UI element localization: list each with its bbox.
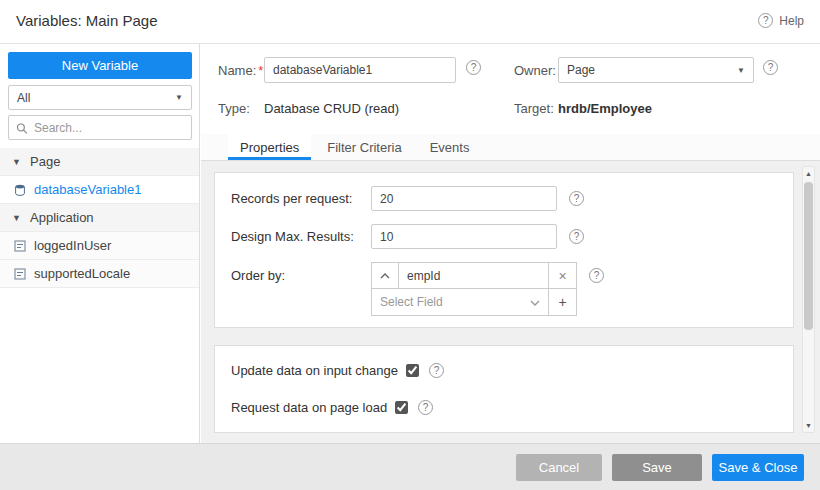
properties-card: Records per request: ? Design Max. Resul…: [214, 172, 794, 328]
select-field-placeholder: Select Field: [380, 295, 443, 309]
tree-group-label: Application: [30, 210, 94, 225]
search-icon: [16, 122, 28, 134]
required-asterisk: *: [258, 63, 263, 78]
tree-item-label: supportedLocale: [34, 266, 130, 281]
scroll-up-icon[interactable]: ▲: [803, 167, 814, 180]
records-help-icon[interactable]: ?: [569, 191, 584, 206]
design-max-results-label: Design Max. Results:: [231, 229, 371, 244]
search-input[interactable]: [34, 121, 184, 135]
variables-tree: ▼ Page databaseVariable1 ▼ Application l…: [0, 148, 199, 288]
order-by-help-icon[interactable]: ?: [589, 268, 604, 283]
order-by-control: × Select Field +: [371, 262, 577, 316]
add-field-button[interactable]: +: [549, 289, 577, 316]
target-value: hrdb/Employee: [558, 101, 652, 116]
save-button[interactable]: Save: [612, 454, 702, 481]
records-per-request-label: Records per request:: [231, 191, 371, 206]
design-max-results-row: Design Max. Results: ?: [231, 224, 777, 249]
collapse-icon: ▼: [12, 213, 22, 223]
update-data-checkbox[interactable]: [406, 364, 419, 377]
chevron-down-icon: [530, 295, 540, 309]
owner-help-icon[interactable]: ?: [763, 60, 778, 75]
variable-form-header: Name:* ? Owner:* Page ▼ ? Type: Database…: [201, 44, 820, 134]
variable-search[interactable]: [8, 115, 192, 140]
page-title: Variables: Main Page: [16, 12, 157, 29]
request-data-help-icon[interactable]: ?: [418, 400, 433, 415]
tree-item-logged-in-user[interactable]: loggedInUser: [0, 232, 199, 260]
properties-tab-content: Records per request: ? Design Max. Resul…: [201, 161, 820, 443]
order-by-add-row: Select Field +: [371, 289, 577, 316]
tree-item-supported-locale[interactable]: supportedLocale: [0, 260, 199, 288]
tree-group-application[interactable]: ▼ Application: [0, 204, 199, 232]
scroll-down-icon[interactable]: ▼: [803, 419, 814, 432]
name-input[interactable]: [264, 57, 456, 83]
variables-sidebar: New Variable All ▼ ▼ Page databaseVariab…: [0, 44, 200, 443]
request-data-checkbox[interactable]: [395, 401, 408, 414]
tab-events[interactable]: Events: [418, 134, 482, 160]
tree-group-label: Page: [30, 154, 60, 169]
chevron-down-icon: ▼: [175, 93, 183, 102]
tree-item-label: databaseVariable1: [34, 182, 141, 197]
remove-field-button[interactable]: ×: [549, 262, 577, 289]
vertical-scrollbar[interactable]: ▲ ▼: [802, 166, 815, 433]
request-data-label: Request data on page load: [231, 400, 387, 415]
name-label: Name:*: [218, 63, 263, 78]
target-label: Target:: [514, 101, 554, 116]
order-by-field-input[interactable]: [399, 262, 549, 289]
request-data-row: Request data on page load ?: [231, 389, 777, 426]
order-by-field-row: ×: [371, 262, 577, 289]
scrollbar-thumb[interactable]: [804, 182, 813, 330]
design-max-help-icon[interactable]: ?: [569, 229, 584, 244]
tree-item-label: loggedInUser: [34, 238, 111, 253]
help-label: Help: [779, 14, 804, 28]
tab-properties[interactable]: Properties: [228, 134, 311, 160]
select-field-dropdown[interactable]: Select Field: [371, 289, 549, 316]
chevron-down-icon: ▼: [737, 66, 745, 75]
name-help-icon[interactable]: ?: [466, 60, 481, 75]
data-options-card: Update data on input change ? Request da…: [214, 345, 794, 433]
save-and-close-button[interactable]: Save & Close: [712, 454, 804, 481]
records-per-request-input[interactable]: [371, 186, 557, 211]
cancel-button[interactable]: Cancel: [516, 454, 602, 481]
chevron-up-icon: [380, 273, 390, 279]
database-variable-icon: [14, 184, 26, 196]
variable-icon: [14, 240, 26, 252]
dialog-footer: Cancel Save Save & Close: [0, 443, 820, 490]
tree-group-page[interactable]: ▼ Page: [0, 148, 199, 176]
owner-value: Page: [567, 63, 595, 77]
tree-item-database-variable[interactable]: databaseVariable1: [0, 176, 199, 204]
dialog-header: Variables: Main Page ? Help: [0, 0, 820, 44]
type-value: Database CRUD (read): [264, 101, 399, 116]
type-label: Type:: [218, 101, 250, 116]
owner-label: Owner:*: [514, 63, 563, 78]
new-variable-button[interactable]: New Variable: [8, 52, 192, 79]
owner-select[interactable]: Page ▼: [558, 57, 754, 83]
help-icon: ?: [758, 13, 773, 28]
design-max-results-input[interactable]: [371, 224, 557, 249]
help-link[interactable]: ? Help: [758, 13, 804, 28]
collapse-icon: ▼: [12, 157, 22, 167]
move-up-button[interactable]: [371, 262, 399, 289]
update-data-label: Update data on input change: [231, 363, 398, 378]
variable-filter-value: All: [17, 91, 30, 105]
records-per-request-row: Records per request: ?: [231, 186, 777, 211]
update-data-help-icon[interactable]: ?: [429, 363, 444, 378]
variable-icon: [14, 268, 26, 280]
order-by-label: Order by:: [231, 262, 371, 283]
variables-dialog: Variables: Main Page ? Help New Variable…: [0, 0, 820, 490]
variable-filter-select[interactable]: All ▼: [8, 85, 192, 110]
tab-filter-criteria[interactable]: Filter Criteria: [315, 134, 413, 160]
update-data-row: Update data on input change ?: [231, 352, 777, 389]
order-by-row: Order by: × Select Field: [231, 262, 777, 316]
tab-bar: Properties Filter Criteria Events: [201, 134, 820, 161]
